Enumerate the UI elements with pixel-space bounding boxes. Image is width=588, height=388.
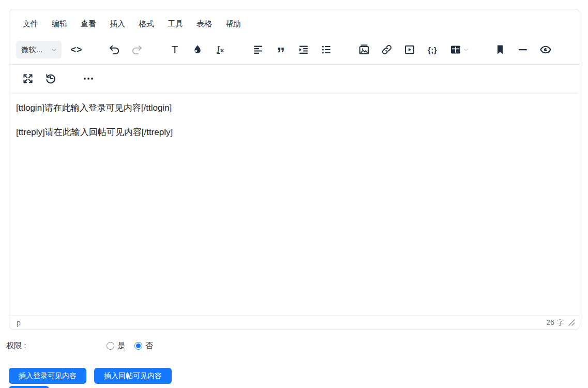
insert-link-button[interactable] [378, 41, 396, 58]
statusbar: p 26 字 [9, 315, 580, 330]
group-more [80, 70, 97, 87]
redo-icon [131, 43, 143, 56]
fullscreen-button[interactable] [19, 70, 37, 87]
table-icon [449, 43, 462, 56]
rich-text-editor: 文件 编辑 查看 插入 格式 工具 表格 帮助 微软... [9, 9, 580, 330]
source-code-icon: <> [70, 44, 82, 55]
font-family-select[interactable]: 微软... [16, 41, 62, 58]
menu-item-file[interactable]: 文件 [19, 17, 42, 31]
edit-image-button[interactable] [355, 41, 373, 58]
group-font-code: 微软... <> [16, 41, 85, 58]
menu-item-help[interactable]: 帮助 [221, 17, 245, 31]
permission-label: 权限 : [6, 341, 107, 351]
clear-formatting-x: × [220, 47, 224, 54]
insert-reply-content-button[interactable]: 插入回帖可见内容 [94, 368, 172, 384]
insert-login-content-button[interactable]: 插入登录可见内容 [9, 368, 86, 384]
format-text-icon: T [172, 44, 178, 56]
format-text-button[interactable]: T [166, 41, 184, 58]
chevron-down-icon [51, 47, 57, 53]
group-text-format: T I× [166, 41, 229, 58]
link-icon [381, 43, 393, 56]
menu-item-tools[interactable]: 工具 [163, 17, 187, 31]
restore-draft-icon [44, 72, 57, 85]
menu-item-table[interactable]: 表格 [192, 17, 216, 31]
image-icon [358, 43, 370, 56]
group-view [19, 70, 59, 87]
editor-header: 文件 编辑 查看 插入 格式 工具 表格 帮助 微软... [9, 9, 580, 93]
table-chevron-icon [463, 47, 469, 52]
editor-content[interactable]: [ttlogin]请在此输入登录可见内容[/ttlogin] [ttreply]… [9, 93, 580, 315]
word-count: 26 字 [547, 318, 564, 327]
text-color-button[interactable] [189, 41, 206, 58]
fullscreen-icon [22, 72, 34, 85]
menu-item-view[interactable]: 查看 [77, 17, 100, 31]
clear-formatting-icon: I [217, 44, 220, 55]
permission-option-yes[interactable]: 是 [107, 341, 125, 351]
undo-icon [108, 43, 120, 56]
ink-droplet-icon [191, 43, 204, 56]
redo-button[interactable] [128, 41, 146, 58]
bookmark-icon [494, 43, 506, 56]
undo-button[interactable] [105, 41, 123, 58]
menu-item-insert[interactable]: 插入 [105, 17, 129, 31]
insert-table-button[interactable] [446, 41, 471, 58]
radio-yes-label: 是 [117, 341, 125, 351]
more-options-button[interactable] [80, 70, 97, 87]
toolbar-row-1: 微软... <> [9, 35, 580, 65]
indent-icon [297, 43, 310, 56]
eye-icon [539, 43, 552, 56]
preview-button[interactable] [537, 41, 554, 58]
horizontal-rule-icon [517, 43, 529, 56]
restore-draft-button[interactable] [42, 70, 59, 87]
horizontal-rule-button[interactable] [514, 41, 532, 58]
content-paragraph: [ttlogin]请在此输入登录可见内容[/ttlogin] [16, 101, 573, 115]
partial-bottom-button[interactable] [9, 386, 49, 388]
element-path[interactable]: p [14, 319, 23, 327]
media-play-icon [403, 43, 416, 56]
page: 文件 编辑 查看 插入 格式 工具 表格 帮助 微软... [0, 0, 588, 388]
group-misc [491, 41, 554, 58]
menubar: 文件 编辑 查看 插入 格式 工具 表格 帮助 [9, 9, 580, 35]
align-left-button[interactable] [249, 41, 267, 58]
clear-formatting-button[interactable]: I× [212, 41, 229, 58]
bullet-list-button[interactable] [318, 41, 335, 58]
resize-handle-icon[interactable] [568, 319, 575, 326]
align-left-icon [252, 43, 264, 56]
font-family-value: 微软... [21, 45, 42, 55]
radio-no[interactable] [134, 342, 142, 350]
menu-item-edit[interactable]: 编辑 [48, 17, 71, 31]
blockquote-button[interactable]: ” [272, 41, 290, 58]
radio-no-label: 否 [145, 341, 153, 351]
permission-option-no[interactable]: 否 [134, 341, 153, 351]
radio-yes[interactable] [107, 342, 114, 350]
bullet-list-icon [320, 43, 333, 56]
permission-row: 权限 : 是 否 [6, 339, 162, 352]
group-history [105, 41, 146, 58]
group-paragraph: ” [249, 41, 335, 58]
code-sample-button[interactable]: {;} [424, 41, 441, 58]
code-sample-icon: {;} [428, 46, 437, 54]
insert-media-button[interactable] [401, 41, 418, 58]
toolbar-row-2 [9, 65, 580, 93]
indent-button[interactable] [295, 41, 312, 58]
source-code-button[interactable]: <> [68, 41, 85, 58]
action-buttons: 插入登录可见内容 插入回帖可见内容 [9, 368, 172, 384]
menu-item-format[interactable]: 格式 [134, 17, 158, 31]
ellipsis-icon [82, 72, 95, 85]
content-paragraph: [ttreply]请在此输入回帖可见内容[/ttreply] [16, 125, 573, 139]
anchor-bookmark-button[interactable] [491, 41, 509, 58]
group-insert: {;} [355, 41, 471, 58]
